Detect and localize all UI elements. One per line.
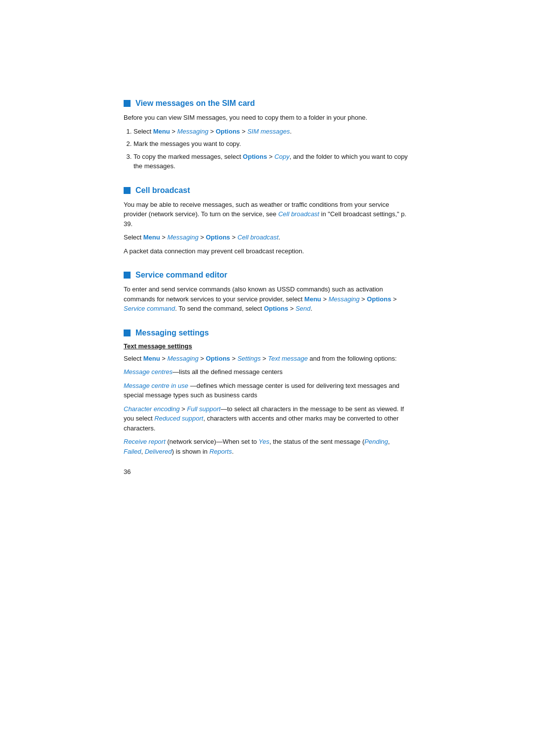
cell-broadcast-link-2[interactable]: Cell broadcast	[237, 234, 278, 241]
page-number: 36	[124, 468, 410, 475]
settings-link[interactable]: Settings	[237, 355, 261, 362]
blue-square-icon	[124, 100, 131, 107]
options-link-3: Options	[206, 234, 230, 241]
section-cell-broadcast: Cell broadcast You may be able to receiv…	[124, 186, 410, 256]
text-message-para-2: Message centres—lists all the defined me…	[124, 367, 410, 377]
section-messaging-settings: Messaging settings Text message settings…	[124, 329, 410, 457]
service-command-para: To enter and send service commands (also…	[124, 284, 410, 314]
yes-link[interactable]: Yes	[259, 438, 269, 445]
menu-link-2: Menu	[143, 234, 160, 241]
cell-broadcast-para-3: A packet data connection may prevent cel…	[124, 246, 410, 256]
heading-view-messages: View messages on the SIM card	[135, 99, 255, 108]
step-3: To copy the marked messages, select Opti…	[134, 152, 410, 171]
subsection-title-text-message: Text message settings	[124, 342, 410, 350]
cell-broadcast-para-2: Select Menu > Messaging > Options > Cell…	[124, 233, 410, 242]
send-link[interactable]: Send	[296, 305, 311, 312]
options-link-6: Options	[206, 355, 230, 362]
options-link-1: Options	[216, 128, 240, 135]
step-2: Mark the messages you want to copy.	[134, 139, 410, 149]
message-centres-link[interactable]: Message centres	[124, 368, 173, 376]
cell-broadcast-para-1: You may be able to receive messages, suc…	[124, 200, 410, 229]
text-message-para-3: Message centre in use —defines which mes…	[124, 381, 410, 400]
pending-link[interactable]: Pending	[364, 438, 388, 445]
sim-messages-link[interactable]: SIM messages	[247, 128, 290, 135]
messaging-link-4[interactable]: Messaging	[168, 355, 199, 362]
heading-messaging-settings: Messaging settings	[135, 329, 209, 337]
view-messages-intro: Before you can view SIM messages, you ne…	[124, 113, 410, 123]
options-link-4: Options	[367, 295, 391, 303]
heading-service-command: Service command editor	[135, 271, 227, 280]
service-command-link[interactable]: Service command	[124, 305, 175, 312]
reports-link[interactable]: Reports	[209, 448, 232, 455]
menu-link-1: Menu	[153, 128, 170, 135]
section-view-messages: View messages on the SIM card Before you…	[124, 99, 410, 171]
section-title-view-messages: View messages on the SIM card	[124, 99, 410, 108]
full-support-link[interactable]: Full support	[187, 405, 221, 413]
page: View messages on the SIM card Before you…	[0, 0, 534, 756]
options-link-5: Options	[264, 305, 288, 312]
cell-broadcast-link-1[interactable]: Cell broadcast	[278, 210, 319, 218]
text-message-link[interactable]: Text message	[268, 355, 308, 362]
message-centre-in-use-link[interactable]: Message centre in use	[124, 382, 188, 389]
delivered-link[interactable]: Delivered	[145, 448, 172, 455]
text-message-para-5: Receive report (network service)—When se…	[124, 437, 410, 456]
menu-link-3: Menu	[305, 295, 321, 303]
options-link-2: Options	[243, 153, 267, 160]
messaging-link-3[interactable]: Messaging	[328, 295, 359, 303]
copy-link[interactable]: Copy	[274, 153, 289, 160]
section-title-service-command: Service command editor	[124, 271, 410, 280]
heading-cell-broadcast: Cell broadcast	[135, 186, 190, 195]
subsection-text-message-settings: Text message settings Select Menu > Mess…	[124, 342, 410, 457]
failed-link[interactable]: Failed	[124, 448, 141, 455]
section-title-messaging-settings: Messaging settings	[124, 329, 410, 337]
receive-report-link[interactable]: Receive report	[124, 438, 166, 445]
messaging-link-1[interactable]: Messaging	[178, 128, 209, 135]
character-encoding-link[interactable]: Character encoding	[124, 405, 179, 413]
view-messages-steps: Select Menu > Messaging > Options > SIM …	[134, 127, 410, 171]
messaging-link-2[interactable]: Messaging	[168, 234, 199, 241]
text-message-para-1: Select Menu > Messaging > Options > Sett…	[124, 354, 410, 364]
blue-square-icon-4	[124, 330, 131, 336]
text-message-para-4: Character encoding > Full support—to sel…	[124, 404, 410, 433]
menu-link-4: Menu	[143, 355, 160, 362]
content-area: View messages on the SIM card Before you…	[94, 0, 440, 505]
blue-square-icon-2	[124, 187, 131, 194]
section-service-command: Service command editor To enter and send…	[124, 271, 410, 314]
step-1: Select Menu > Messaging > Options > SIM …	[134, 127, 410, 137]
reduced-support-link[interactable]: Reduced support	[154, 415, 203, 422]
section-title-cell-broadcast: Cell broadcast	[124, 186, 410, 195]
blue-square-icon-3	[124, 272, 131, 279]
